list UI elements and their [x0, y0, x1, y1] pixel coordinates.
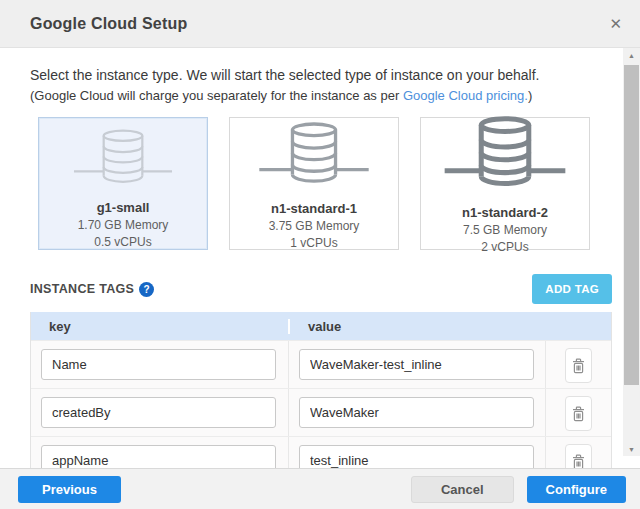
scrollbar[interactable]: ▲ ▼ — [623, 48, 640, 456]
instance-name: n1-standard-2 — [462, 205, 548, 220]
instance-card-g1-small[interactable]: g1-small 1.70 GB Memory 0.5 vCPUs — [38, 117, 208, 250]
google-cloud-setup-dialog: Google Cloud Setup ✕ Select the instance… — [0, 0, 640, 509]
pricing-link[interactable]: Google Cloud pricing. — [403, 88, 528, 103]
instance-cpus: 0.5 vCPUs — [94, 235, 151, 249]
dialog-body: Select the instance type. We will start … — [0, 48, 640, 468]
delete-tag-button[interactable] — [565, 396, 592, 431]
tag-value-input[interactable] — [299, 349, 534, 380]
close-icon[interactable]: ✕ — [609, 16, 622, 31]
instance-card-n1-standard-2[interactable]: n1-standard-2 7.5 GB Memory 2 vCPUs — [420, 117, 590, 250]
table-header-row: key value — [31, 312, 611, 340]
previous-button[interactable]: Previous — [18, 476, 121, 503]
tag-key-input[interactable] — [41, 397, 276, 428]
instance-tags-table: key value — [30, 312, 612, 468]
pricing-note-suffix: ) — [528, 88, 532, 103]
tag-value-input[interactable] — [299, 397, 534, 428]
instance-card-n1-standard-1[interactable]: n1-standard-1 3.75 GB Memory 1 vCPUs — [229, 117, 399, 250]
intro-text: Select the instance type. We will start … — [30, 67, 612, 83]
database-icon — [441, 118, 569, 202]
trash-icon — [572, 406, 585, 422]
dialog-footer: Previous Cancel Configure — [0, 468, 640, 509]
cancel-button[interactable]: Cancel — [411, 476, 514, 503]
scroll-up-icon[interactable]: ▲ — [623, 52, 640, 59]
instance-memory: 3.75 GB Memory — [269, 219, 360, 233]
table-row — [31, 436, 611, 468]
database-icon — [71, 118, 175, 197]
scrollbar-thumb[interactable] — [624, 65, 639, 385]
tag-key-input[interactable] — [41, 445, 276, 468]
scroll-down-icon[interactable]: ▼ — [623, 446, 640, 453]
instance-name: g1-small — [97, 200, 150, 215]
pricing-note-prefix: (Google Cloud will charge you separately… — [30, 88, 403, 103]
column-header-key: key — [31, 319, 288, 334]
instance-memory: 7.5 GB Memory — [463, 223, 547, 237]
instance-cpus: 2 vCPUs — [481, 240, 528, 254]
instance-cpus: 1 vCPUs — [290, 236, 337, 250]
trash-icon — [572, 358, 585, 374]
help-icon[interactable]: ? — [139, 282, 154, 297]
instance-name: n1-standard-1 — [271, 201, 357, 216]
table-row — [31, 388, 611, 436]
delete-tag-button[interactable] — [565, 348, 592, 383]
pricing-note: (Google Cloud will charge you separately… — [30, 88, 612, 103]
instance-tags-bar: INSTANCE TAGS ? ADD TAG — [30, 273, 612, 305]
dialog-header: Google Cloud Setup ✕ — [0, 0, 640, 48]
table-row — [31, 340, 611, 388]
add-tag-button[interactable]: ADD TAG — [532, 274, 612, 304]
configure-button[interactable]: Configure — [527, 476, 626, 503]
instance-type-cards: g1-small 1.70 GB Memory 0.5 vCPUs n1-sta… — [38, 117, 612, 250]
database-icon — [256, 118, 372, 198]
tag-value-input[interactable] — [299, 445, 534, 468]
instance-tags-label: INSTANCE TAGS — [30, 282, 134, 296]
instance-memory: 1.70 GB Memory — [78, 218, 169, 232]
column-header-value: value — [288, 319, 545, 334]
trash-icon — [572, 454, 585, 469]
tag-key-input[interactable] — [41, 349, 276, 380]
dialog-title: Google Cloud Setup — [30, 15, 187, 33]
delete-tag-button[interactable] — [565, 444, 592, 468]
